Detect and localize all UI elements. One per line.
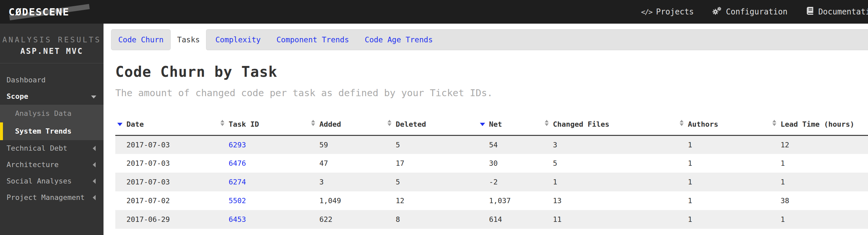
cell-added: 59	[308, 135, 384, 154]
tab-active-slot: Tasks	[170, 29, 206, 50]
column-header-changed-files[interactable]: Changed Files	[542, 113, 677, 135]
sidebar-item-project-management[interactable]: Project Management	[0, 189, 103, 206]
nav-configuration-label: Configuration	[726, 7, 787, 17]
task-id-link[interactable]: 6476	[229, 159, 246, 167]
book-icon	[806, 6, 814, 17]
tab-code-age-trends[interactable]: Code Age Trends	[365, 35, 433, 44]
page-title: Code Churn by Task	[115, 63, 868, 80]
column-header-task-id[interactable]: Task ID	[217, 113, 308, 135]
cell-added: 47	[308, 154, 384, 173]
cell-lead-time: 12	[769, 135, 868, 154]
sort-toggle-icon	[311, 120, 315, 126]
chevron-left-icon	[93, 179, 96, 184]
sidebar-item-analysis-data[interactable]: Analysis Data	[0, 105, 103, 123]
column-label: Deleted	[396, 120, 426, 128]
cell-lead-time: 1	[769, 173, 868, 191]
table-header-row: Date Task ID Added Deleted	[115, 113, 868, 135]
cell-added: 3	[308, 173, 384, 191]
sidebar-item-architecture[interactable]: Architecture	[0, 157, 103, 173]
sidebar-item-system-trends[interactable]: System Trends	[0, 123, 103, 140]
table-row: 2017-06-29 6453 622 8 614 11 1 1	[115, 210, 868, 229]
cell-deleted: 17	[384, 154, 478, 173]
column-label: Changed Files	[553, 120, 609, 128]
codescene-app: CØDESCENE </> Projects	[0, 0, 868, 235]
sidebar-item-label: Dashboard	[6, 76, 45, 84]
column-header-net[interactable]: Net	[478, 113, 542, 135]
cell-net: 1,037	[478, 191, 542, 210]
cell-date: 2017-07-03	[115, 173, 217, 191]
task-id-link[interactable]: 6293	[229, 141, 246, 149]
nav-projects[interactable]: </> Projects	[641, 7, 694, 17]
topbar-nav: </> Projects	[641, 6, 868, 17]
cell-changed-files: 1	[542, 173, 677, 191]
cell-net: 54	[478, 135, 542, 154]
sidebar-item-label: Architecture	[6, 160, 59, 169]
sidebar-header: ANALYSIS RESULTS ASP.NET MVC	[0, 24, 103, 63]
column-header-added[interactable]: Added	[308, 113, 384, 135]
topbar: CØDESCENE </> Projects	[0, 0, 868, 24]
sort-toggle-icon	[772, 120, 776, 126]
tab-complexity[interactable]: Complexity	[215, 35, 260, 44]
column-label: Task ID	[229, 120, 259, 128]
cell-lead-time: 1	[769, 154, 868, 173]
cell-date: 2017-06-29	[115, 210, 217, 229]
sidebar-item-dashboard[interactable]: Dashboard	[0, 72, 103, 88]
cell-lead-time: 1	[769, 210, 868, 229]
cell-date: 2017-07-03	[115, 154, 217, 173]
codescene-logo[interactable]: CØDESCENE	[8, 0, 69, 24]
cell-deleted: 12	[384, 191, 478, 210]
chevron-left-icon	[93, 162, 96, 167]
cell-changed-files: 3	[542, 135, 677, 154]
cell-net: -2	[478, 173, 542, 191]
sidebar-item-social-analyses[interactable]: Social Analyses	[0, 173, 103, 189]
tab-tasks[interactable]: Tasks	[177, 35, 200, 44]
sidebar-item-label: Scope	[6, 92, 28, 100]
table-row: 2017-07-02 5502 1,049 12 1,037 13 1 38	[115, 191, 868, 210]
code-icon: </>	[641, 8, 652, 16]
task-id-link[interactable]: 5502	[229, 197, 246, 205]
tab-group-left: Code Churn	[111, 29, 170, 50]
cell-net: 30	[478, 154, 542, 173]
cell-changed-files: 5	[542, 154, 677, 173]
column-label: Lead Time (hours)	[780, 120, 854, 128]
nav-documentation[interactable]: Documentation	[806, 6, 868, 17]
cell-authors: 1	[677, 191, 769, 210]
cell-deleted: 8	[384, 210, 478, 229]
cell-added: 1,049	[308, 191, 384, 210]
nav-configuration[interactable]: Configuration	[712, 6, 787, 17]
tab-component-trends[interactable]: Component Trends	[276, 35, 349, 44]
analysis-results-label: ANALYSIS RESULTS	[0, 35, 103, 44]
cell-deleted: 5	[384, 135, 478, 154]
project-name: ASP.NET MVC	[0, 47, 103, 56]
table-row: 2017-07-03 6293 59 5 54 3 1 12	[115, 135, 868, 154]
cell-lead-time: 38	[769, 191, 868, 210]
sidebar-item-label: Social Analyses	[6, 177, 72, 185]
task-id-link[interactable]: 6274	[229, 178, 246, 186]
sidebar-item-scope[interactable]: Scope	[0, 88, 103, 105]
sort-toggle-icon	[680, 120, 684, 126]
sidebar-item-label: Analysis Data	[15, 109, 71, 118]
table-row: 2017-07-03 6476 47 17 30 5 1 1	[115, 154, 868, 173]
cell-changed-files: 13	[542, 191, 677, 210]
code-churn-table: Date Task ID Added Deleted	[115, 113, 868, 229]
column-header-date[interactable]: Date	[115, 113, 217, 135]
table-row: 2017-07-03 6274 3 5 -2 1 1 1	[115, 173, 868, 191]
chevron-left-icon	[93, 195, 96, 200]
column-header-authors[interactable]: Authors	[677, 113, 769, 135]
task-id-link[interactable]: 6453	[229, 215, 246, 224]
tab-bar: Code Churn Tasks Complexity Component Tr…	[110, 29, 868, 50]
chevron-down-icon	[91, 96, 96, 99]
tab-code-churn[interactable]: Code Churn	[118, 35, 163, 44]
column-label: Authors	[688, 120, 718, 128]
page-subtitle: The amount of changed code per task as d…	[115, 87, 868, 99]
gears-icon	[712, 6, 722, 17]
logo-text: CØDESCENE	[8, 6, 69, 18]
cell-authors: 1	[677, 135, 769, 154]
scope-submenu: Analysis Data System Trends	[0, 105, 103, 140]
sort-desc-icon	[480, 123, 485, 126]
cell-deleted: 5	[384, 173, 478, 191]
sidebar-item-technical-debt[interactable]: Technical Debt	[0, 140, 103, 157]
column-header-deleted[interactable]: Deleted	[384, 113, 478, 135]
sort-desc-icon	[117, 123, 123, 126]
column-header-lead-time[interactable]: Lead Time (hours)	[769, 113, 868, 135]
